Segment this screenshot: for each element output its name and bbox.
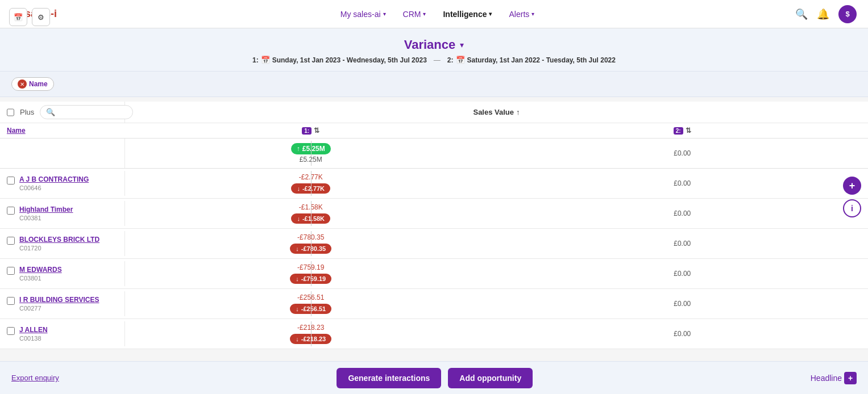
plus-icon: +	[849, 180, 855, 192]
chevron-down-icon: ▾	[531, 11, 534, 17]
sliders-icon: ⚙	[38, 13, 44, 22]
add-action-button[interactable]: +	[843, 177, 861, 195]
search-box: 🔍	[40, 105, 133, 119]
company-name-link[interactable]: M EDWARDS	[19, 266, 62, 274]
name-cell: J ALLEN C00138	[0, 321, 125, 346]
headline-label: Headline	[811, 374, 842, 383]
period1-badge: 1:	[302, 127, 312, 135]
cell-divider	[311, 291, 312, 316]
company-name-link[interactable]: BLOCKLEYS BRICK LTD	[19, 236, 99, 244]
nav-my-sales-ai[interactable]: My sales-ai ▾	[340, 10, 386, 19]
name-cell: M EDWARDS C03801	[0, 261, 125, 286]
table-row: BLOCKLEYS BRICK LTD C01720 -£780.35 ↓ -£…	[0, 229, 868, 259]
page-header: Variance ▾ 1: 📅 Sunday, 1st Jan 2023 - W…	[0, 28, 868, 72]
period2-value: £0.00	[674, 240, 691, 248]
calendar-icon: 📅	[14, 13, 23, 22]
period2-value-cell: £0.00	[497, 205, 869, 222]
total-badge-value: £5.25M	[302, 145, 325, 153]
period1-value-cell: -£256.51 ↓ -£256.51	[125, 289, 497, 318]
cell-divider	[311, 261, 312, 286]
name-info: A J B CONTRACTING C00646	[19, 175, 89, 191]
search-icon[interactable]: 🔍	[795, 8, 808, 20]
row-checkbox[interactable]	[7, 237, 15, 245]
table-row: I R BUILDING SERVICES C00277 -£256.51 ↓ …	[0, 289, 868, 319]
nav-alerts[interactable]: Alerts ▾	[509, 10, 534, 19]
select-all-checkbox[interactable]	[7, 108, 14, 117]
filter-tag-label: Name	[29, 80, 48, 88]
company-name-link[interactable]: A J B CONTRACTING	[19, 175, 89, 183]
info-button[interactable]: i	[843, 199, 861, 217]
generate-interactions-button[interactable]: Generate interactions	[337, 368, 441, 388]
name-cell: A J B CONTRACTING C00646	[0, 171, 125, 196]
period1-sort-icon[interactable]: ⇅	[314, 127, 319, 135]
down-arrow-icon: ↓	[296, 336, 299, 342]
add-opportunity-button[interactable]: Add opportunity	[448, 368, 533, 388]
cell-divider	[311, 201, 312, 226]
chevron-down-icon: ▾	[383, 11, 386, 17]
company-name-link[interactable]: J ALLEN	[19, 326, 48, 334]
period1-total-cell: ↑ £5.25M £5.25M	[125, 139, 497, 168]
page-title: Variance	[404, 37, 456, 52]
name-info: I R BUILDING SERVICES C00277	[19, 296, 99, 312]
period2-label: 2: 📅 Saturday, 1st Jan 2022 - Tuesday, 5…	[447, 56, 616, 64]
nav-crm[interactable]: CRM ▾	[403, 10, 426, 19]
period2-value: £0.00	[674, 209, 691, 217]
data-table: Plus 🔍 Sales Value ↑ Name 1: ⇅ 2:	[0, 102, 868, 349]
company-name-link[interactable]: I R BUILDING SERVICES	[19, 296, 99, 304]
company-id: C00138	[19, 335, 48, 342]
row-checkbox[interactable]	[7, 327, 15, 335]
company-id: C00646	[19, 185, 89, 191]
period1-value-cell: -£218.23 ↓ -£218.23	[125, 319, 497, 349]
period1-value-cell: -£759.19 ↓ -£759.19	[125, 259, 497, 288]
sort-asc-icon[interactable]: ↑	[516, 108, 520, 116]
name-filter-tag: ✕ Name	[11, 77, 54, 91]
chevron-down-icon: ▾	[489, 11, 492, 17]
nav-intelligence[interactable]: Intelligence ▾	[443, 10, 492, 19]
row-checkbox[interactable]	[7, 267, 15, 275]
totals-row: ↑ £5.25M £5.25M £0.00	[0, 139, 868, 169]
chevron-down-icon: ▾	[423, 11, 426, 17]
period-columns-header: Name 1: ⇅ 2: ⇅	[0, 123, 868, 139]
export-enquiry-link[interactable]: Export enquiry	[11, 374, 59, 382]
name-info: BLOCKLEYS BRICK LTD C01720	[19, 236, 99, 252]
sidebar-actions: + i	[843, 177, 861, 217]
calendar2-icon[interactable]: 📅	[456, 56, 465, 64]
headline-button[interactable]: Headline +	[811, 372, 857, 384]
period1-column-header: 1: ⇅	[125, 123, 497, 138]
down-arrow-icon: ↓	[296, 305, 299, 312]
period2-value-cell: £0.00	[497, 325, 869, 342]
period2-sort-icon[interactable]: ⇅	[686, 127, 691, 135]
calendar-toggle-button[interactable]: 📅	[9, 8, 27, 26]
variance-chevron-icon[interactable]: ▾	[460, 40, 464, 49]
company-id: C00277	[19, 305, 99, 312]
filter-bar: ✕ Name	[0, 72, 868, 97]
settings-button[interactable]: ⚙	[32, 8, 50, 26]
total-period2-plain: £0.00	[674, 149, 691, 157]
bell-icon[interactable]: 🔔	[817, 8, 829, 20]
calendar1-icon[interactable]: 📅	[261, 56, 270, 64]
name-column-header: Name	[0, 123, 125, 138]
nav-links: My sales-ai ▾ CRM ▾ Intelligence ▾ Alert…	[80, 10, 795, 19]
period2-value-cell: £0.00	[497, 175, 869, 192]
cell-divider	[311, 321, 312, 346]
down-arrow-icon: ↓	[296, 275, 299, 282]
date-divider: —	[434, 56, 441, 64]
row-checkbox[interactable]	[7, 207, 15, 215]
name-info: M EDWARDS C03801	[19, 266, 62, 282]
period1-value-cell: -£1.58K ↓ -£1.58K	[125, 199, 497, 228]
bottom-center-buttons: Generate interactions Add opportunity	[337, 368, 533, 388]
total-name-cell	[0, 139, 125, 168]
nav-right: 🔍 🔔 $	[795, 5, 857, 23]
search-input[interactable]	[59, 108, 127, 116]
sales-value-header: Sales Value ↑	[125, 102, 868, 123]
row-checkbox[interactable]	[7, 177, 15, 185]
date-range-row: 1: 📅 Sunday, 1st Jan 2023 - Wednesday, 5…	[252, 56, 616, 64]
up-arrow-icon: ↑	[297, 145, 300, 153]
remove-filter-button[interactable]: ✕	[18, 79, 27, 89]
period2-badge: 2:	[674, 127, 683, 135]
period2-value-cell: £0.00	[497, 265, 869, 282]
table-row: M EDWARDS C03801 -£759.19 ↓ -£759.19 £0.…	[0, 259, 868, 289]
company-name-link[interactable]: Highland Timber	[19, 206, 73, 213]
avatar[interactable]: $	[838, 5, 857, 23]
row-checkbox[interactable]	[7, 297, 15, 305]
